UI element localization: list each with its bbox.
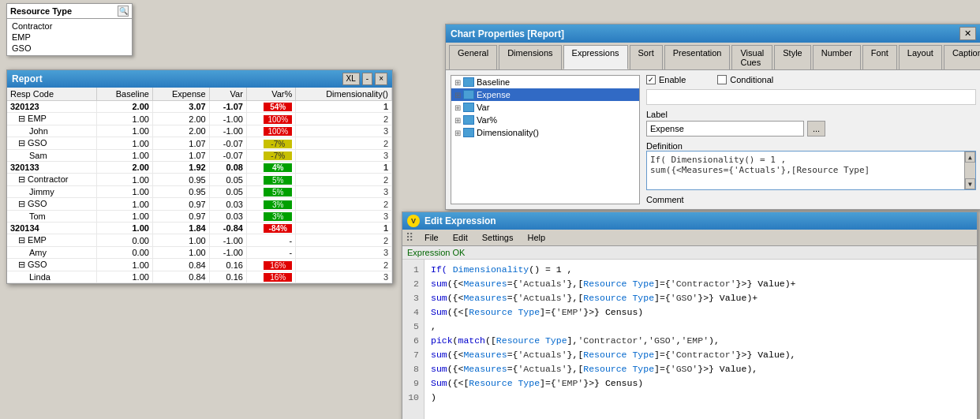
cell-dimensionality: 2 <box>296 137 392 150</box>
list-item[interactable]: Contractor <box>9 21 130 32</box>
table-row: ⊟ GSO1.000.970.033%2 <box>7 198 392 211</box>
cell-varpct: 4% <box>246 162 295 174</box>
cell-var: -1.00 <box>209 125 246 137</box>
label-section-title: Label <box>646 110 976 119</box>
cell-varpct: 16% <box>246 259 295 271</box>
cell-baseline: 2.00 <box>96 162 152 174</box>
cell-expense: 3.07 <box>152 101 209 113</box>
tree-icon <box>463 103 474 112</box>
chart-right-panel: Enable Conditional Label ... Definition … <box>646 75 976 204</box>
table-row: ⊟ EMP0.001.00-1.00-2 <box>7 234 392 247</box>
conditional-checkbox[interactable] <box>717 75 727 84</box>
tab-number[interactable]: Number <box>813 45 861 69</box>
minimize-button[interactable]: - <box>362 73 372 85</box>
cell-baseline: 0.00 <box>96 234 152 247</box>
definition-scrollbar[interactable]: ▲ ▼ <box>964 152 975 189</box>
tab-expressions[interactable]: Expressions <box>563 45 628 69</box>
cell-expense: 0.84 <box>152 259 209 271</box>
resource-type-title: Resource Type <box>10 6 72 16</box>
code-content[interactable]: If( Dimensionality() = 1 , sum({<Measure… <box>425 260 977 419</box>
browse-button[interactable]: ... <box>807 121 825 137</box>
definition-area[interactable]: If( Dimensionality() = 1 ,sum({<Measures… <box>646 151 976 190</box>
cell-expense: 2.00 <box>152 125 209 137</box>
scroll-up-arrow[interactable]: ▲ <box>965 152 975 163</box>
cell-baseline: 1.00 <box>96 223 152 234</box>
cell-baseline: 1.00 <box>96 271 152 283</box>
cell-var: 0.16 <box>209 259 246 271</box>
tab-sort[interactable]: Sort <box>630 45 663 69</box>
conditional-input[interactable] <box>646 89 976 105</box>
cell-dimensionality: 1 <box>296 101 392 113</box>
edit-expr-titlebar: V Edit Expression <box>402 212 977 230</box>
tab-caption[interactable]: Caption <box>944 45 980 69</box>
search-icon[interactable]: 🔍 <box>118 6 129 17</box>
tree-icon <box>463 77 474 87</box>
table-row: Linda1.000.840.1616%3 <box>7 271 392 283</box>
cell-resp-code: 320133 <box>7 162 96 174</box>
cell-varpct: 16% <box>246 271 295 283</box>
cell-varpct: - <box>246 234 295 247</box>
tree-item-var[interactable]: ⊞ Var <box>451 101 639 114</box>
scroll-track[interactable] <box>965 163 975 178</box>
expand-icon: ⊞ <box>454 129 461 137</box>
table-row: ⊟ GSO1.000.840.1616%2 <box>7 259 392 271</box>
cell-resp-code: 320134 <box>7 223 96 234</box>
cell-dimensionality: 1 <box>296 162 392 174</box>
cell-resp-code: John <box>7 125 96 137</box>
tab-presentation[interactable]: Presentation <box>664 45 731 69</box>
col-varpct: Var% <box>246 88 295 101</box>
comment-label: Comment <box>646 195 684 204</box>
table-row: ⊟ Contractor1.000.950.055%2 <box>7 174 392 186</box>
xl-button[interactable]: XL <box>342 73 360 85</box>
tree-label: Dimensionality() <box>477 128 539 137</box>
label-input[interactable] <box>646 121 804 137</box>
chart-props-title: Chart Properties [Report] <box>451 28 564 39</box>
cell-expense: 1.07 <box>152 150 209 162</box>
tab-style[interactable]: Style <box>774 45 810 69</box>
menu-help[interactable]: Help <box>521 231 552 244</box>
menu-settings[interactable]: Settings <box>476 231 520 244</box>
close-button[interactable]: × <box>375 73 387 85</box>
cell-varpct: - <box>246 247 295 259</box>
list-item[interactable]: EMP <box>9 32 130 43</box>
list-item[interactable]: GSO <box>9 43 130 54</box>
col-resp-code: Resp Code <box>7 88 96 101</box>
enable-row: Enable Conditional <box>646 75 976 84</box>
tree-item-varpct[interactable]: ⊞ Var% <box>451 114 639 126</box>
chart-props-close-button[interactable]: ✕ <box>959 27 976 40</box>
tab-font[interactable]: Font <box>862 45 897 69</box>
comment-section: Comment <box>646 195 976 204</box>
cell-baseline: 2.00 <box>96 101 152 113</box>
resource-type-header: Resource Type 🔍 <box>7 4 132 19</box>
tab-general[interactable]: General <box>449 45 497 69</box>
cell-expense: 0.97 <box>152 198 209 211</box>
cell-baseline: 1.00 <box>96 211 152 223</box>
cell-expense: 0.84 <box>152 271 209 283</box>
tree-item-baseline[interactable]: ⊞ Baseline <box>451 76 639 88</box>
cell-var: -1.00 <box>209 247 246 259</box>
tree-item-dimensionality[interactable]: ⊞ Dimensionality() <box>451 126 639 139</box>
label-field: ... <box>646 121 976 137</box>
enable-checkbox[interactable] <box>646 75 656 84</box>
cell-resp-code: ⊟ GSO <box>7 259 96 271</box>
tab-visual-cues[interactable]: Visual Cues <box>731 45 772 69</box>
tree-item-expense[interactable]: ⊞ Expense <box>451 88 639 101</box>
scroll-down-arrow[interactable]: ▼ <box>965 178 975 189</box>
chart-tree-panel: ⊞ Baseline ⊞ Expense ⊞ Var ⊞ Var% ⊞ <box>451 75 640 204</box>
col-dimensionality: Dimensionality() <box>296 88 392 101</box>
col-baseline: Baseline <box>96 88 152 101</box>
tab-dimensions[interactable]: Dimensions <box>499 45 561 69</box>
cell-dimensionality: 2 <box>296 234 392 247</box>
definition-label: Definition <box>646 141 683 151</box>
cell-resp-code: Amy <box>7 247 96 259</box>
menu-edit[interactable]: Edit <box>447 231 474 244</box>
tab-layout[interactable]: Layout <box>899 45 942 69</box>
expression-editor[interactable]: 1 2 3 4 5 6 7 8 9 10 If( Dimensionality(… <box>402 260 977 419</box>
cell-var: -0.07 <box>209 150 246 162</box>
resource-type-list: Contractor EMP GSO <box>7 19 132 55</box>
cell-dimensionality: 3 <box>296 211 392 223</box>
report-controls: XL - × <box>342 73 387 85</box>
menu-file[interactable]: File <box>418 231 445 244</box>
cell-baseline: 1.00 <box>96 125 152 137</box>
cell-varpct: 3% <box>246 198 295 211</box>
